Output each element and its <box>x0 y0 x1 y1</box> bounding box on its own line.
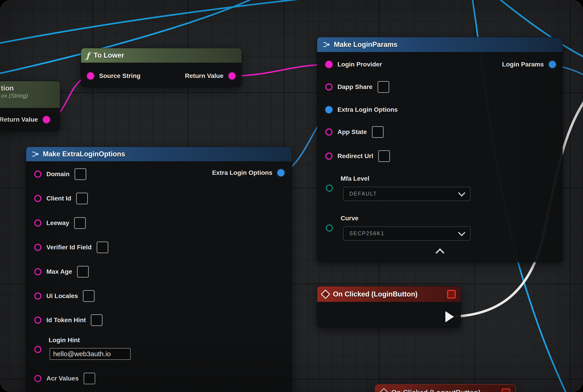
max-age-pin-label: Max Age <box>46 268 72 275</box>
make-struct-icon <box>322 41 330 48</box>
node-make-loginparams[interactable]: Make LoginParams Login Params Login Prov… <box>317 37 562 262</box>
node-title: Make LoginParams <box>334 40 398 49</box>
verifier-id-field-pin[interactable] <box>34 244 42 251</box>
app-state-pin[interactable] <box>325 128 332 136</box>
source-string-pin[interactable] <box>87 72 94 80</box>
id-token-hint-pin-label: Id Token Hint <box>46 316 86 324</box>
login-hint-pin-label: Login Hint <box>49 336 80 344</box>
node-title: On Clicked (LogoutButton) <box>391 388 480 392</box>
verifier-id-field-checkbox[interactable] <box>97 242 108 253</box>
extra-login-options-out-label: Extra Login Options <box>212 169 272 176</box>
leeway-pin[interactable] <box>34 220 42 227</box>
mfa-level-dropdown[interactable]: DEFAULT <box>343 187 470 201</box>
node-to-lower[interactable]: ƒ To Lower Source String Return Value <box>81 48 242 87</box>
curve-pin[interactable] <box>326 224 333 232</box>
chevron-up-icon <box>436 248 444 257</box>
curve-value: SECP256K1 <box>350 230 384 236</box>
client-id-checkbox[interactable] <box>76 192 88 204</box>
login-hint-input[interactable] <box>50 348 131 360</box>
node-onclicked-loginbutton[interactable]: On Clicked (LoginButton) <box>317 286 461 328</box>
dapp-share-pin-label: Dapp Share <box>338 83 372 90</box>
event-diamond-icon <box>321 289 330 299</box>
return-value-pin-label: Return Value <box>185 72 224 80</box>
client-id-pin[interactable] <box>34 195 42 202</box>
mfa-level-pin[interactable] <box>326 184 333 192</box>
ui-locales-pin[interactable] <box>34 292 42 300</box>
extra-login-options-in-label: Extra Login Options <box>338 106 398 113</box>
wire-cable-topleft-2[interactable] <box>0 0 334 44</box>
curve-dropdown[interactable]: SECP256K1 <box>343 226 470 240</box>
wire-tolower-to-loginprovider[interactable] <box>232 64 329 76</box>
return-value-pin-label: Return Value <box>0 116 38 123</box>
max-age-checkbox[interactable] <box>77 266 89 278</box>
return-value-pin[interactable] <box>228 72 236 80</box>
domain-pin-label: Domain <box>46 170 70 178</box>
dapp-share-pin[interactable] <box>325 83 332 90</box>
ui-locales-checkbox[interactable] <box>83 290 94 302</box>
make-struct-icon <box>31 150 39 158</box>
node-make-extraloginoptions[interactable]: Make ExtraLoginOptions Extra Login Optio… <box>26 147 292 392</box>
blueprint-graph-canvas[interactable]: tion ox (String) Return Value ƒ To Lower… <box>0 0 583 392</box>
login-provider-pin-label: Login Provider <box>338 61 382 68</box>
extra-login-options-out-pin[interactable] <box>277 169 284 176</box>
verifier-id-field-pin-label: Verifier Id Field <box>46 244 92 251</box>
acr-values-pin[interactable] <box>34 375 42 382</box>
dapp-share-checkbox[interactable] <box>378 81 389 93</box>
node-onclicked-logoutbutton[interactable]: On Clicked (LogoutButton) <box>376 385 515 392</box>
extra-login-options-in-pin[interactable] <box>325 106 332 113</box>
domain-checkbox[interactable] <box>74 168 86 180</box>
collapse-advanced-button[interactable] <box>431 248 449 258</box>
node-title: To Lower <box>94 51 124 60</box>
event-binding-icon <box>502 388 510 392</box>
id-token-hint-checkbox[interactable] <box>91 314 102 326</box>
domain-pin[interactable] <box>34 170 42 178</box>
app-state-pin-label: App State <box>338 128 367 136</box>
exec-arrow-icon <box>445 311 454 322</box>
max-age-pin[interactable] <box>34 268 42 275</box>
app-state-checkbox[interactable] <box>372 126 384 138</box>
function-icon: ƒ <box>86 51 90 60</box>
login-hint-pin[interactable] <box>34 346 42 353</box>
return-value-pin[interactable] <box>43 116 50 123</box>
node-title: On Clicked (LoginButton) <box>333 290 418 298</box>
exec-out-pin[interactable] <box>445 311 454 322</box>
event-binding-icon <box>447 290 456 298</box>
login-params-out-label: Login Params <box>502 61 544 68</box>
node-get-text-partial[interactable]: tion ox (String) Return Value <box>0 81 60 131</box>
curve-pin-label: Curve <box>340 215 358 222</box>
chevron-down-icon <box>458 229 466 236</box>
node-title: tion <box>1 84 55 92</box>
node-title: Make ExtraLoginOptions <box>43 150 125 158</box>
source-string-pin-label: Source String <box>99 72 140 80</box>
event-diamond-icon <box>379 388 388 392</box>
redirect-url-pin-label: Redirect Url <box>338 152 373 160</box>
acr-values-pin-label: Acr Values <box>46 375 78 382</box>
redirect-url-pin[interactable] <box>325 152 332 160</box>
redirect-url-checkbox[interactable] <box>378 150 390 162</box>
acr-values-checkbox[interactable] <box>84 373 95 384</box>
mfa-level-pin-label: Mfa Level <box>340 175 370 182</box>
login-provider-pin[interactable] <box>325 61 332 68</box>
ui-locales-pin-label: Ui Locales <box>46 292 78 300</box>
mfa-level-value: DEFAULT <box>350 191 377 197</box>
leeway-checkbox[interactable] <box>74 217 86 229</box>
leeway-pin-label: Leeway <box>46 220 69 227</box>
chevron-down-icon <box>458 189 466 197</box>
id-token-hint-pin[interactable] <box>34 316 42 324</box>
client-id-pin-label: Client Id <box>46 195 71 202</box>
node-subtitle: ox (String) <box>1 92 55 99</box>
login-params-out-pin[interactable] <box>549 61 556 68</box>
